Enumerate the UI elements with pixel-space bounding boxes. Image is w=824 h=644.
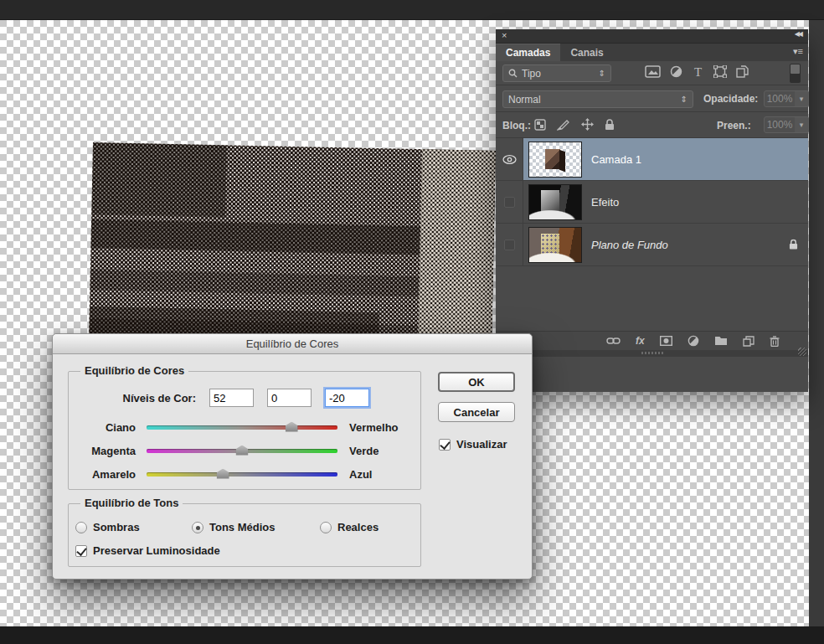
tab-camadas[interactable]: Camadas bbox=[496, 44, 560, 61]
new-layer-icon[interactable] bbox=[743, 336, 754, 347]
cancel-button[interactable]: Cancelar bbox=[438, 402, 515, 422]
radio-label: Sombras bbox=[93, 521, 177, 533]
filter-type-label: Tipo bbox=[522, 68, 541, 80]
tone-group-legend: Equilíbrio de Tons bbox=[80, 497, 183, 509]
add-mask-icon[interactable] bbox=[660, 336, 672, 346]
layer-row-plano-de-fundo[interactable]: Plano de Fundo bbox=[496, 224, 808, 266]
layer-thumbnail[interactable] bbox=[528, 227, 582, 263]
preview-checkbox[interactable] bbox=[439, 439, 451, 451]
blend-row: Normal ⇕ Opacidade: 100% ▾ bbox=[496, 85, 808, 112]
layer-thumbnail[interactable] bbox=[528, 142, 582, 178]
lock-row: Bloq.: Preen.: 100% ▾ bbox=[496, 112, 808, 138]
color-balance-dialog: Equilíbrio de Cores Equilíbrio de Cores … bbox=[52, 333, 533, 580]
lock-transparency-icon[interactable] bbox=[534, 119, 546, 131]
panel-header: × ◀◀ bbox=[496, 29, 808, 44]
delete-layer-icon[interactable] bbox=[770, 336, 780, 347]
layer-name[interactable]: Plano de Fundo bbox=[591, 239, 668, 251]
filter-smart-objects-icon[interactable] bbox=[736, 65, 749, 78]
color-group-legend: Equilíbrio de Cores bbox=[80, 364, 188, 377]
opacity-value[interactable]: 100% bbox=[764, 90, 796, 107]
app-bottom-bar bbox=[0, 626, 824, 644]
preserve-luminosity-option[interactable]: Preservar Luminosidade bbox=[75, 544, 220, 557]
magenta-green-slider[interactable] bbox=[147, 449, 337, 453]
eye-icon bbox=[502, 155, 517, 164]
new-group-icon[interactable] bbox=[714, 336, 728, 346]
blend-mode-dropdown[interactable]: Normal ⇕ bbox=[502, 90, 693, 108]
layer-row-camada-1[interactable]: Camada 1 bbox=[496, 138, 808, 181]
level-input-3[interactable] bbox=[325, 389, 369, 407]
visibility-cell[interactable] bbox=[496, 224, 523, 265]
filter-shape-layers-icon[interactable] bbox=[713, 65, 727, 78]
slider-right-label: Azul bbox=[349, 468, 372, 481]
visibility-cell[interactable] bbox=[496, 181, 523, 223]
level-input-2[interactable] bbox=[267, 389, 312, 407]
panel-resize-strip[interactable] bbox=[496, 350, 808, 357]
link-layers-icon[interactable] bbox=[606, 337, 621, 345]
layer-row-efeito[interactable]: Efeito bbox=[496, 181, 808, 224]
thumbnail-cube bbox=[545, 149, 560, 169]
layers-list: Camada 1 Efeito Plano de Fundo bbox=[496, 138, 808, 266]
preview-option[interactable]: Visualizar bbox=[439, 438, 507, 451]
slider-right-label: Vermelho bbox=[349, 421, 399, 434]
filter-adjustment-layers-icon[interactable] bbox=[670, 65, 682, 78]
stepper-icon: ⇕ bbox=[599, 69, 605, 78]
cyan-red-slider[interactable] bbox=[147, 425, 337, 430]
filter-type-dropdown[interactable]: Tipo ⇕ bbox=[502, 64, 611, 82]
slider-thumb[interactable] bbox=[286, 422, 298, 432]
slider-thumb[interactable] bbox=[236, 446, 249, 456]
opacity-dropdown-icon[interactable]: ▾ bbox=[795, 90, 809, 107]
layers-panel: × ◀◀ Camadas Canais ▾≡ Tipo ⇕ T Normal ⇕… bbox=[496, 29, 808, 392]
filter-type-layers-icon[interactable]: T bbox=[692, 65, 704, 78]
selection-corner bbox=[575, 142, 582, 148]
slider-thumb[interactable] bbox=[217, 469, 229, 479]
layer-thumbnail[interactable] bbox=[528, 184, 582, 220]
preserve-luminosity-label: Preservar Luminosidade bbox=[93, 544, 220, 557]
slider-left-label: Magenta bbox=[69, 445, 136, 457]
radio-tons-medios[interactable] bbox=[192, 522, 203, 533]
slider-left-label: Amarelo bbox=[69, 468, 136, 481]
visibility-cell[interactable] bbox=[496, 138, 523, 180]
filter-row: Tipo ⇕ T bbox=[496, 61, 808, 85]
radio-label: Realces bbox=[337, 521, 379, 533]
filter-pixel-layers-icon[interactable] bbox=[645, 65, 661, 78]
lock-all-icon[interactable] bbox=[605, 119, 615, 131]
fill-label: Preen.: bbox=[717, 120, 751, 131]
lock-pixels-brush-icon[interactable] bbox=[557, 119, 570, 131]
selection-corner bbox=[528, 142, 535, 148]
dialog-title: Equilíbrio de Cores bbox=[246, 337, 339, 350]
visibility-empty-well bbox=[504, 197, 515, 208]
yellow-blue-slider[interactable] bbox=[147, 472, 337, 477]
selection-corner bbox=[575, 171, 582, 178]
slider-left-label: Ciano bbox=[69, 421, 136, 434]
blend-mode-value: Normal bbox=[508, 94, 541, 106]
preserve-luminosity-checkbox[interactable] bbox=[75, 545, 87, 557]
fill-value[interactable]: 100% bbox=[764, 116, 796, 133]
layer-name[interactable]: Efeito bbox=[591, 196, 619, 209]
level-input-1[interactable] bbox=[209, 389, 254, 407]
panel-menu-icon[interactable]: ▾≡ bbox=[793, 46, 803, 57]
filter-toggle-switch[interactable] bbox=[790, 64, 801, 83]
radio-label: Tons Médios bbox=[209, 521, 301, 533]
halftone-shade bbox=[91, 142, 227, 217]
svg-text:T: T bbox=[694, 65, 702, 78]
layer-style-icon[interactable]: fx bbox=[636, 335, 645, 347]
fill-dropdown-icon[interactable]: ▾ bbox=[795, 116, 809, 133]
close-icon[interactable]: × bbox=[502, 30, 507, 40]
tab-canais[interactable]: Canais bbox=[560, 44, 613, 61]
radio-realces[interactable] bbox=[320, 522, 332, 533]
collapse-panel-icon[interactable]: ◀◀ bbox=[795, 30, 801, 38]
app-top-bar bbox=[0, 0, 824, 20]
lock-label: Bloq.: bbox=[502, 120, 531, 131]
resize-grip-icon[interactable] bbox=[798, 348, 806, 356]
dialog-title-bar[interactable]: Equilíbrio de Cores bbox=[53, 334, 532, 354]
layers-empty-area bbox=[496, 266, 808, 331]
ok-button[interactable]: OK bbox=[438, 372, 515, 392]
search-icon bbox=[508, 69, 518, 78]
levels-label: Níveis de Cor: bbox=[69, 392, 196, 404]
new-adjustment-layer-icon[interactable] bbox=[688, 335, 699, 347]
radio-sombras[interactable] bbox=[75, 522, 87, 533]
color-balance-group: Equilíbrio de Cores Níveis de Cor: Ciano… bbox=[68, 371, 421, 490]
layer-name[interactable]: Camada 1 bbox=[591, 153, 641, 166]
lock-position-icon[interactable] bbox=[581, 118, 594, 131]
drag-dots bbox=[641, 352, 663, 354]
